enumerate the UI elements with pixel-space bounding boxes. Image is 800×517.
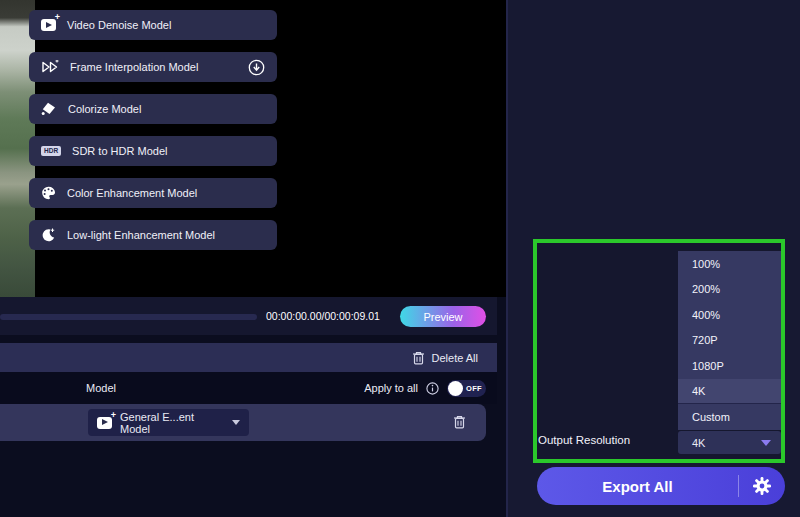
apply-to-all-toggle[interactable]: OFF [447, 380, 486, 397]
resolution-menu: 100% 200% 400% 720P 1080P 4K Custom [678, 251, 781, 430]
timecode-display: 00:00:00.00/00:00:09.01 [266, 297, 380, 335]
frame-interpolation-model-button[interactable]: Frame Interpolation Model [29, 52, 277, 82]
video-denoise-model-button[interactable]: + Video Denoise Model [29, 10, 277, 40]
export-all-label: Export All [537, 478, 738, 495]
palette-icon [41, 186, 56, 200]
output-resolution-label: Output Resolution [538, 434, 630, 446]
playback-control-bar: 00:00:00.00/00:00:09.01 Preview [0, 297, 497, 335]
output-resolution-select[interactable]: 4K [678, 431, 781, 454]
app-window: 00:00:00.00/00:00:09.01 Preview Delete A… [0, 0, 800, 517]
preview-button[interactable]: Preview [400, 306, 486, 327]
output-resolution-value: 4K [692, 437, 705, 449]
low-light-enhancement-model-button[interactable]: Low-light Enhancement Model [29, 220, 277, 250]
menu-item-400[interactable]: 400% [678, 302, 781, 328]
menu-item-100[interactable]: 100% [678, 251, 781, 277]
queue-header-row: Model Apply to all OFF [0, 372, 497, 404]
seek-bar[interactable] [0, 314, 257, 320]
sdr-to-hdr-model-button[interactable]: HDR SDR to HDR Model [29, 136, 277, 166]
delete-all-label: Delete All [432, 352, 478, 364]
model-column-header: Model [86, 372, 116, 404]
toggle-knob [448, 381, 463, 396]
model-button-label: Video Denoise Model [67, 19, 171, 31]
color-enhancement-model-button[interactable]: Color Enhancement Model [29, 178, 277, 208]
preview-button-label: Preview [423, 311, 462, 323]
menu-item-custom[interactable]: Custom [678, 404, 781, 430]
enhance-video-icon: + [97, 417, 112, 429]
download-icon[interactable] [248, 59, 265, 76]
model-button-label: SDR to HDR Model [72, 145, 167, 157]
model-select-dropdown[interactable]: + General E...ent Model [88, 409, 249, 436]
chevron-down-icon [232, 420, 240, 425]
toggle-state-label: OFF [466, 384, 482, 393]
menu-item-4k[interactable]: 4K [678, 379, 781, 405]
gear-icon [752, 476, 772, 496]
model-button-label: Frame Interpolation Model [70, 61, 198, 73]
export-all-button[interactable]: Export All [537, 467, 785, 505]
colorize-model-button[interactable]: Colorize Model [29, 94, 277, 124]
model-button-label: Color Enhancement Model [67, 187, 197, 199]
video-denoise-icon: + [41, 19, 56, 31]
frame-interpolation-icon [41, 60, 59, 74]
info-icon[interactable] [426, 382, 439, 395]
menu-item-720p[interactable]: 720P [678, 328, 781, 354]
hdr-icon: HDR [41, 146, 61, 157]
colorize-icon [41, 102, 57, 116]
apply-to-all-label: Apply to all [364, 382, 418, 394]
trash-icon [412, 351, 425, 365]
menu-item-200[interactable]: 200% [678, 277, 781, 303]
delete-all-button[interactable]: Delete All [0, 343, 497, 372]
model-button-label: Colorize Model [68, 103, 141, 115]
queue-row: + General E...ent Model [0, 404, 486, 441]
moon-icon [41, 228, 56, 242]
row-trash-icon[interactable] [453, 415, 466, 429]
chevron-down-icon [761, 440, 771, 446]
model-select-label: General E...ent Model [120, 411, 224, 435]
model-button-label: Low-light Enhancement Model [67, 229, 215, 241]
export-settings-button[interactable] [739, 476, 785, 496]
menu-item-1080p[interactable]: 1080P [678, 353, 781, 379]
